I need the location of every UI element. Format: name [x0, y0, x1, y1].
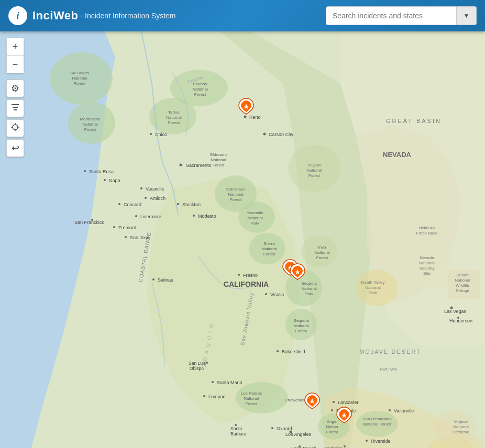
locate-button[interactable]: [6, 119, 24, 137]
svg-text:Forest: Forest: [213, 163, 225, 167]
svg-text:National: National: [301, 286, 317, 291]
svg-text:Sacramento: Sacramento: [186, 163, 212, 168]
svg-point-54: [152, 278, 155, 281]
svg-text:Park: Park: [305, 292, 314, 296]
svg-point-40: [145, 197, 147, 199]
svg-text:National: National: [192, 87, 208, 92]
svg-text:National: National: [453, 424, 469, 429]
svg-text:Antioch: Antioch: [150, 196, 166, 201]
search-input[interactable]: [326, 6, 457, 25]
svg-text:Desert: Desert: [456, 273, 469, 277]
svg-text:San Francisco: San Francisco: [74, 220, 105, 225]
svg-text:San Bernardino: San Bernardino: [362, 417, 392, 421]
svg-text:Fort Irwin: Fort Irwin: [380, 367, 397, 372]
svg-text:Park: Park: [251, 221, 260, 226]
svg-point-65: [277, 350, 279, 352]
search-dropdown-button[interactable]: ▼: [457, 6, 477, 25]
svg-text:Forest: Forest: [308, 173, 321, 178]
svg-text:Nellis Air: Nellis Air: [418, 226, 435, 230]
svg-text:National: National: [261, 247, 277, 251]
svg-text:Mendocino: Mendocino: [80, 117, 101, 121]
svg-point-44: [135, 215, 137, 217]
svg-text:Anaheim: Anaheim: [324, 446, 343, 448]
svg-text:Los Angeles: Los Angeles: [285, 432, 312, 437]
minus-icon: −: [13, 59, 18, 70]
svg-text:National: National: [365, 285, 381, 290]
svg-text:Angel: Angel: [327, 419, 338, 424]
filter-icon: [10, 103, 20, 115]
svg-text:NEVADA: NEVADA: [383, 151, 412, 159]
svg-point-179: [13, 125, 18, 130]
svg-text:Park: Park: [369, 290, 378, 295]
svg-text:Barbara: Barbara: [230, 431, 247, 436]
svg-text:Six Rivers: Six Rivers: [70, 71, 89, 75]
svg-text:Livermore: Livermore: [140, 214, 161, 219]
svg-text:Visalia: Visalia: [270, 292, 284, 297]
crosshair-icon: [10, 122, 20, 135]
filter-button[interactable]: [6, 99, 24, 117]
svg-text:Eldorado: Eldorado: [210, 152, 227, 157]
svg-text:Nation: Nation: [326, 424, 338, 429]
svg-text:Reno: Reno: [249, 115, 261, 120]
svg-point-58: [265, 293, 267, 295]
svg-point-56: [238, 274, 240, 276]
map-svg: CALIFORNIA NEVADA GREAT BASIN MOJAVE DES…: [0, 31, 485, 448]
svg-text:Stanislaus: Stanislaus: [226, 187, 246, 192]
svg-text:Fresno: Fresno: [243, 273, 258, 278]
svg-text:Forest: Forest: [295, 329, 307, 333]
svg-point-46: [193, 215, 195, 217]
svg-text:Sierra: Sierra: [263, 241, 275, 246]
svg-text:National: National: [244, 396, 259, 401]
svg-point-93: [389, 409, 391, 411]
svg-text:National: National: [293, 323, 309, 328]
svg-point-28: [180, 164, 182, 166]
svg-text:GREAT  BASIN: GREAT BASIN: [386, 118, 442, 124]
gear-icon: ⚙: [11, 83, 19, 94]
svg-text:Invo: Invo: [318, 245, 326, 250]
svg-point-42: [177, 203, 179, 205]
svg-text:Security: Security: [420, 266, 435, 271]
svg-text:Santa Rosa: Santa Rosa: [89, 169, 114, 174]
zoom-in-button[interactable]: +: [6, 38, 24, 55]
svg-text:Fremont: Fremont: [118, 225, 136, 230]
svg-text:National: National: [247, 216, 263, 220]
svg-point-52: [125, 236, 127, 238]
svg-text:Concord: Concord: [124, 202, 141, 207]
svg-text:Forest: Forest: [74, 81, 86, 86]
map-container: CALIFORNIA NEVADA GREAT BASIN MOJAVE DES…: [0, 31, 485, 448]
svg-text:National Forest: National Forest: [363, 422, 392, 427]
back-button[interactable]: ↩: [6, 139, 24, 157]
svg-text:National: National: [455, 278, 470, 283]
svg-text:National: National: [72, 76, 87, 81]
svg-text:Lompoc: Lompoc: [208, 394, 226, 399]
settings-button[interactable]: ⚙: [6, 80, 24, 97]
svg-text:National: National: [314, 250, 330, 255]
svg-text:Wildlife: Wildlife: [456, 283, 469, 288]
svg-text:Sequoia: Sequoia: [293, 318, 309, 323]
svg-text:Salinas: Salinas: [158, 277, 173, 283]
svg-point-36: [140, 187, 142, 189]
svg-text:Santa Maria: Santa Maria: [217, 380, 242, 385]
svg-text:Nevada: Nevada: [420, 255, 434, 260]
zoom-out-button[interactable]: −: [6, 55, 24, 73]
svg-text:Las Vegas: Las Vegas: [444, 309, 467, 314]
svg-text:Obispo: Obispo: [190, 366, 204, 371]
svg-text:Site: Site: [423, 271, 431, 276]
svg-point-30: [150, 133, 152, 135]
svg-text:Preserve: Preserve: [453, 430, 470, 434]
svg-text:Carson City: Carson City: [269, 132, 294, 137]
svg-text:Forest: Forest: [316, 255, 328, 260]
svg-text:Yosemite: Yosemite: [247, 210, 264, 215]
svg-point-67: [212, 381, 214, 383]
svg-text:Bakersfield: Bakersfield: [282, 349, 305, 354]
svg-point-69: [203, 395, 205, 397]
svg-point-167: [244, 116, 247, 118]
svg-point-32: [84, 170, 86, 172]
svg-point-87: [344, 445, 346, 447]
svg-text:Victorville: Victorville: [394, 408, 414, 413]
svg-text:Sequoia: Sequoia: [301, 281, 317, 286]
svg-text:Forest: Forest: [326, 430, 338, 434]
search-area: ▼: [326, 6, 477, 25]
svg-text:Forest: Forest: [230, 197, 242, 202]
plus-icon: +: [13, 41, 18, 52]
